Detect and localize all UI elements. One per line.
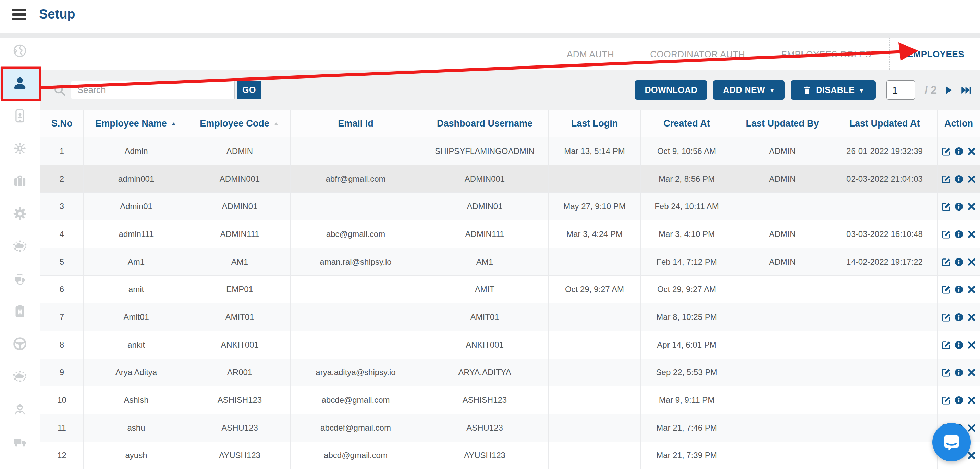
search-area: GO xyxy=(53,81,261,99)
table-cell: AMIT01 xyxy=(189,303,291,331)
sidebar-item-worker[interactable] xyxy=(0,392,40,425)
close-icon[interactable] xyxy=(967,395,977,405)
column-header-employee-name[interactable]: Employee Name xyxy=(84,110,189,137)
add-new-button[interactable]: ADD NEW ▼ xyxy=(713,80,785,100)
person-icon xyxy=(12,75,28,91)
search-go-button[interactable]: GO xyxy=(237,81,261,99)
sidebar-item-settings[interactable] xyxy=(0,197,40,230)
close-icon[interactable] xyxy=(967,367,977,378)
sidebar-item-globe[interactable] xyxy=(0,34,40,67)
close-icon[interactable] xyxy=(967,174,977,184)
column-header-email-id[interactable]: Email Id xyxy=(291,110,421,137)
close-icon[interactable] xyxy=(967,312,977,322)
info-icon[interactable] xyxy=(954,395,964,405)
chat-launcher-button[interactable] xyxy=(932,423,971,461)
sidebar-item-hub[interactable] xyxy=(0,295,40,327)
info-icon[interactable] xyxy=(954,229,964,239)
sidebar-item-rider[interactable] xyxy=(0,327,40,360)
add-new-label: ADD NEW xyxy=(723,85,765,95)
info-icon[interactable] xyxy=(954,284,964,295)
info-icon[interactable] xyxy=(954,340,964,350)
table-cell: ADMIN001 xyxy=(189,165,291,193)
menu-icon[interactable] xyxy=(12,9,26,20)
table-cell xyxy=(733,414,832,442)
column-label: Last Login xyxy=(571,118,618,129)
column-header-last-login[interactable]: Last Login xyxy=(549,110,641,137)
edit-icon[interactable] xyxy=(941,395,951,405)
column-header-last-updated-by[interactable]: Last Updated By xyxy=(733,110,832,137)
sidebar-item-mobile-user[interactable] xyxy=(0,99,40,132)
sidebar-item-integrations[interactable] xyxy=(0,132,40,164)
info-icon[interactable] xyxy=(954,174,964,184)
sidebar-item-cloud-network-2[interactable] xyxy=(0,360,40,392)
sidebar-item-cloud-network[interactable] xyxy=(0,230,40,262)
close-icon[interactable] xyxy=(967,229,977,239)
edit-icon[interactable] xyxy=(941,202,951,212)
tab-employees-roles[interactable]: EMPLOYEES ROLES xyxy=(763,38,889,70)
close-icon[interactable] xyxy=(967,147,977,156)
table-cell: ADMIN111 xyxy=(421,220,549,248)
table-cell xyxy=(549,303,641,331)
table-cell: ADMIN01 xyxy=(421,193,549,220)
employees-table-container: S.NoEmployee NameEmployee CodeEmail IdDa… xyxy=(40,110,980,469)
action-cell xyxy=(937,303,980,331)
tab-adm-auth[interactable]: ADM AUTH xyxy=(549,38,632,70)
edit-icon[interactable] xyxy=(941,312,951,322)
column-label: Employee Name xyxy=(95,118,167,129)
edit-icon[interactable] xyxy=(941,229,951,239)
edit-icon[interactable] xyxy=(941,340,951,350)
network-icon xyxy=(12,140,28,156)
search-input[interactable] xyxy=(71,81,235,99)
edit-icon[interactable] xyxy=(941,257,951,267)
toolbar: GO DOWNLOAD ADD NEW ▼ DISABLE ▼ / 2 xyxy=(40,70,980,110)
sidebar-item-employees[interactable] xyxy=(0,67,40,99)
info-icon[interactable] xyxy=(954,367,964,378)
edit-icon[interactable] xyxy=(941,367,951,378)
chat-icon xyxy=(942,432,961,452)
table-cell: ankit xyxy=(84,331,189,359)
chevron-down-icon: ▼ xyxy=(769,88,775,94)
close-icon[interactable] xyxy=(967,340,977,350)
info-icon[interactable] xyxy=(954,147,964,156)
edit-icon[interactable] xyxy=(941,284,951,295)
table-row: 6amitEMP01AMITOct 29, 9:27 AMOct 29, 9:2… xyxy=(40,276,980,303)
table-cell xyxy=(291,276,421,303)
next-page-button[interactable] xyxy=(943,85,954,96)
table-cell xyxy=(549,248,641,276)
sidebar-item-vehicle-sync[interactable] xyxy=(0,262,40,295)
column-label: Last Updated By xyxy=(746,118,819,129)
edit-icon[interactable] xyxy=(941,147,951,156)
disable-button[interactable]: DISABLE ▼ xyxy=(791,80,876,100)
edit-icon[interactable] xyxy=(941,174,951,184)
info-icon[interactable] xyxy=(954,202,964,212)
tab-employees[interactable]: EMPLOYEES xyxy=(889,38,980,70)
last-page-icon xyxy=(960,85,972,96)
table-cell: Feb 14, 7:12 PM xyxy=(641,248,733,276)
sidebar-item-vehicles[interactable] xyxy=(0,425,40,458)
table-cell xyxy=(832,442,937,469)
close-icon[interactable] xyxy=(967,423,977,433)
last-page-button[interactable] xyxy=(960,85,972,96)
download-button[interactable]: DOWNLOAD xyxy=(635,80,707,100)
hub-clipboard-icon xyxy=(12,303,28,319)
globe-icon xyxy=(12,43,28,59)
column-header-last-updated-at[interactable]: Last Updated At xyxy=(832,110,937,137)
close-icon[interactable] xyxy=(967,257,977,267)
close-icon[interactable] xyxy=(967,284,977,295)
column-header-dashboard-username[interactable]: Dashboard Username xyxy=(421,110,549,137)
column-header-s-no[interactable]: S.No xyxy=(40,110,84,137)
table-cell: AYUSH123 xyxy=(421,442,549,469)
table-cell: Oct 9, 10:56 AM xyxy=(641,137,733,165)
info-icon[interactable] xyxy=(954,257,964,267)
column-header-created-at[interactable]: Created At xyxy=(641,110,733,137)
close-icon[interactable] xyxy=(967,202,977,212)
sidebar-item-briefcase[interactable] xyxy=(0,164,40,197)
table-cell: 02-03-2022 21:04:03 xyxy=(832,165,937,193)
column-header-employee-code[interactable]: Employee Code xyxy=(189,110,291,137)
info-icon[interactable] xyxy=(954,312,964,322)
table-cell: ADMIN001 xyxy=(421,165,549,193)
page-number-input[interactable] xyxy=(886,80,915,100)
tab-coordinator-auth[interactable]: COORDINATOR AUTH xyxy=(632,38,763,70)
disable-label: DISABLE xyxy=(816,85,854,95)
column-header-action[interactable]: Action xyxy=(937,110,980,137)
